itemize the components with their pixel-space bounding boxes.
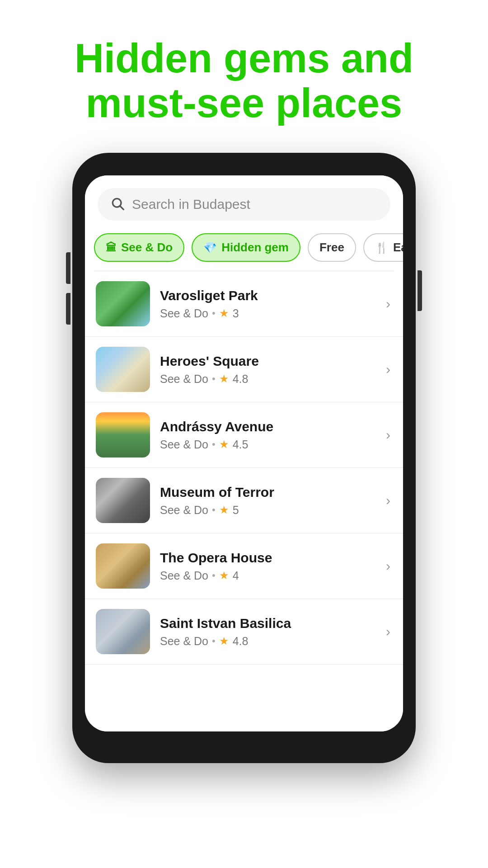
phone-screen: Search in Budapest 🏛 See & Do 💎 Hidden g…	[85, 175, 403, 731]
place-info-varosliget: Varosliget Park See & Do • ★ 3	[160, 288, 376, 320]
chip-free-label: Free	[319, 241, 344, 255]
chip-eat[interactable]: 🍴 Eat	[363, 233, 403, 262]
chip-hidden-gem-label: Hidden gem	[221, 241, 289, 255]
star-heroes: ★	[219, 373, 229, 385]
place-category-terror: See & Do	[160, 504, 208, 517]
search-icon	[110, 196, 125, 212]
bullet-basilica: •	[212, 635, 216, 647]
star-andrassy: ★	[219, 438, 229, 451]
place-meta-varosliget: See & Do • ★ 3	[160, 307, 376, 320]
chevron-terror: ›	[386, 493, 392, 508]
place-meta-terror: See & Do • ★ 5	[160, 504, 376, 517]
star-terror: ★	[219, 504, 229, 516]
chip-see-do[interactable]: 🏛 See & Do	[94, 233, 184, 262]
bullet-opera: •	[212, 570, 216, 581]
chip-hidden-gem[interactable]: 💎 Hidden gem	[192, 233, 300, 262]
vol-button-up	[66, 252, 70, 284]
place-rating-heroes: 4.8	[233, 373, 249, 386]
star-varosliget: ★	[219, 307, 229, 320]
chevron-basilica: ›	[386, 624, 392, 639]
place-category-basilica: See & Do	[160, 635, 208, 648]
place-thumb-terror	[96, 478, 150, 523]
search-bar-container: Search in Budapest	[85, 175, 403, 229]
place-item-basilica[interactable]: Saint Istvan Basilica See & Do • ★ 4.8 ›	[85, 599, 403, 665]
place-name-opera: The Opera House	[160, 550, 376, 566]
filter-chips: 🏛 See & Do 💎 Hidden gem Free 🍴 Eat 👜 Sh.…	[85, 229, 403, 271]
page-wrapper: Hidden gems and must-see places Search i…	[0, 0, 488, 868]
place-rating-opera: 4	[233, 569, 239, 582]
place-item-andrassy[interactable]: Andrássy Avenue See & Do • ★ 4.5 ›	[85, 402, 403, 468]
place-name-andrassy: Andrássy Avenue	[160, 419, 376, 434]
bullet-varosliget: •	[212, 307, 216, 319]
star-basilica: ★	[219, 635, 229, 647]
search-input[interactable]: Search in Budapest	[132, 197, 378, 212]
vol-button-down	[66, 293, 70, 325]
bullet-terror: •	[212, 504, 216, 516]
chevron-heroes: ›	[386, 362, 392, 377]
star-opera: ★	[219, 569, 229, 582]
place-item-terror[interactable]: Museum of Terror See & Do • ★ 5 ›	[85, 468, 403, 533]
place-meta-andrassy: See & Do • ★ 4.5	[160, 438, 376, 451]
chevron-varosliget: ›	[386, 296, 392, 311]
place-list: Varosliget Park See & Do • ★ 3 › He	[85, 271, 403, 731]
place-category-varosliget: See & Do	[160, 307, 208, 320]
place-rating-andrassy: 4.5	[233, 438, 249, 451]
bullet-heroes: •	[212, 373, 216, 385]
place-thumb-basilica	[96, 609, 150, 654]
place-item-heroes[interactable]: Heroes' Square See & Do • ★ 4.8 ›	[85, 337, 403, 402]
place-meta-basilica: See & Do • ★ 4.8	[160, 635, 376, 648]
place-meta-opera: See & Do • ★ 4	[160, 569, 376, 582]
place-name-basilica: Saint Istvan Basilica	[160, 616, 376, 631]
place-category-opera: See & Do	[160, 569, 208, 582]
power-button	[418, 270, 422, 311]
place-category-andrassy: See & Do	[160, 438, 208, 451]
place-item-opera[interactable]: The Opera House See & Do • ★ 4 ›	[85, 533, 403, 599]
chip-eat-label: Eat	[393, 241, 403, 255]
place-info-basilica: Saint Istvan Basilica See & Do • ★ 4.8	[160, 616, 376, 648]
place-item-varosliget[interactable]: Varosliget Park See & Do • ★ 3 ›	[85, 271, 403, 337]
chip-free[interactable]: Free	[308, 233, 356, 262]
chip-see-do-label: See & Do	[121, 241, 173, 255]
hidden-gem-icon: 💎	[203, 241, 217, 254]
place-rating-basilica: 4.8	[233, 635, 249, 648]
place-thumb-heroes	[96, 347, 150, 392]
chevron-andrassy: ›	[386, 427, 392, 443]
hero-title: Hidden gems and must-see places	[0, 0, 488, 153]
place-rating-varosliget: 3	[233, 307, 239, 320]
see-do-icon: 🏛	[106, 241, 117, 254]
place-info-heroes: Heroes' Square See & Do • ★ 4.8	[160, 354, 376, 386]
place-name-terror: Museum of Terror	[160, 485, 376, 500]
search-bar[interactable]: Search in Budapest	[98, 188, 390, 221]
place-category-heroes: See & Do	[160, 373, 208, 386]
place-info-opera: The Opera House See & Do • ★ 4	[160, 550, 376, 582]
phone-mockup: Search in Budapest 🏛 See & Do 💎 Hidden g…	[72, 153, 416, 763]
bullet-andrassy: •	[212, 439, 216, 450]
eat-icon: 🍴	[375, 241, 389, 254]
place-thumb-andrassy	[96, 412, 150, 458]
place-meta-heroes: See & Do • ★ 4.8	[160, 373, 376, 386]
place-thumb-opera	[96, 543, 150, 589]
place-name-varosliget: Varosliget Park	[160, 288, 376, 303]
svg-line-1	[120, 206, 123, 209]
place-info-terror: Museum of Terror See & Do • ★ 5	[160, 485, 376, 517]
place-rating-terror: 5	[233, 504, 239, 517]
chevron-opera: ›	[386, 558, 392, 574]
place-name-heroes: Heroes' Square	[160, 354, 376, 369]
place-thumb-varosliget	[96, 281, 150, 326]
place-info-andrassy: Andrássy Avenue See & Do • ★ 4.5	[160, 419, 376, 451]
